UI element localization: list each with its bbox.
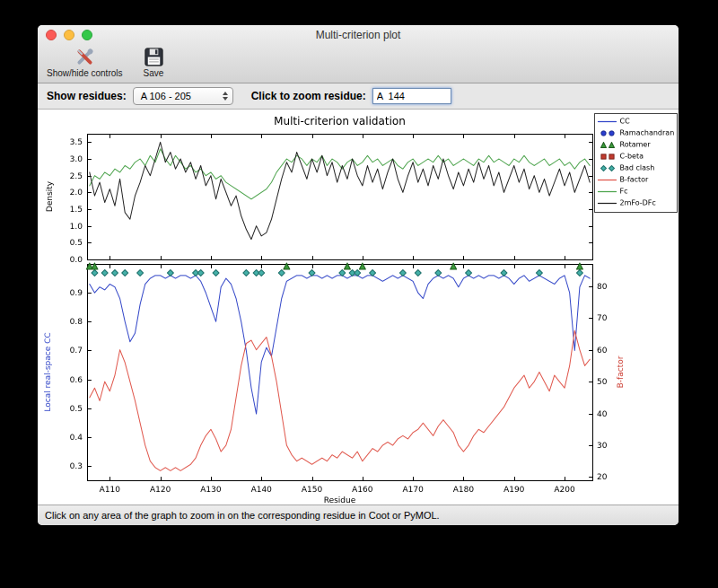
status-text: Click on any area of the graph to zoom i… [45, 510, 440, 521]
status-bar: Click on any area of the graph to zoom i… [38, 505, 679, 525]
zoom-residue-input[interactable] [372, 88, 451, 104]
window-title: Multi-criterion plot [38, 25, 679, 45]
multi-criterion-chart[interactable] [38, 110, 679, 505]
window-chrome: Multi-criterion plot Show/hide controls [38, 25, 679, 83]
traffic-lights [46, 30, 100, 40]
tools-icon [74, 46, 96, 68]
titlebar[interactable]: Multi-criterion plot [38, 25, 679, 45]
residue-range-select[interactable]: A 106 - 205 [133, 87, 233, 105]
residue-range-value: A 106 - 205 [141, 91, 191, 101]
show-hide-controls-label: Show/hide controls [47, 68, 123, 78]
desktop: { "window": { "title": "Multi-criterion … [0, 0, 718, 588]
show-residues-label: Show residues: [47, 90, 127, 102]
zoom-window-button[interactable] [82, 30, 92, 40]
show-hide-controls-button[interactable]: Show/hide controls [47, 46, 123, 78]
zoom-residue-label: Click to zoom residue: [251, 90, 366, 102]
plot-area [38, 110, 679, 505]
app-window: Multi-criterion plot Show/hide controls [38, 25, 679, 525]
close-button[interactable] [46, 30, 57, 40]
floppy-save-icon [143, 46, 165, 68]
controls-bar: Show residues: A 106 - 205 Click to zoom… [38, 83, 679, 110]
stepper-arrows-icon [223, 92, 228, 101]
toolbar: Show/hide controls Save [38, 45, 679, 83]
save-button[interactable]: Save [143, 46, 165, 78]
save-label: Save [144, 68, 164, 78]
minimize-button[interactable] [64, 30, 74, 40]
